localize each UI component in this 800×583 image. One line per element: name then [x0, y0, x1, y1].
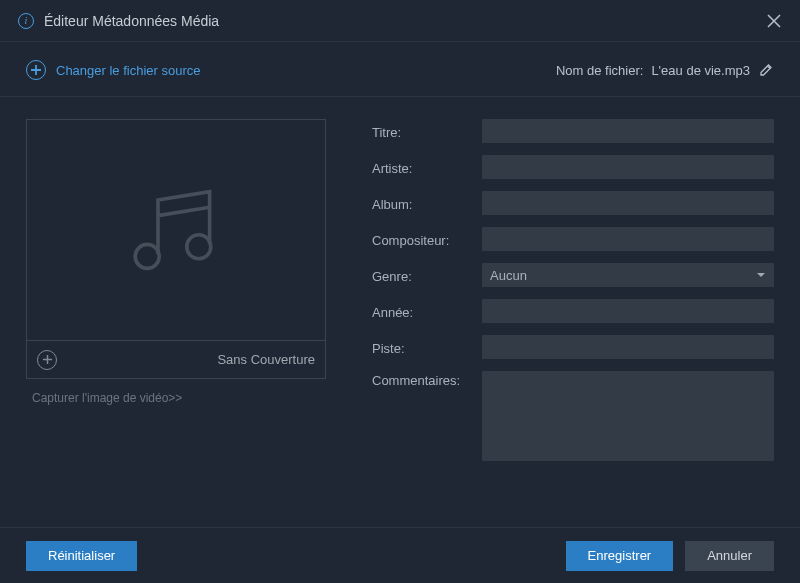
- input-composer[interactable]: [482, 227, 774, 251]
- add-cover-button[interactable]: [37, 350, 57, 370]
- change-source-button[interactable]: Changer le fichier source: [26, 60, 201, 80]
- cover-column: Sans Couverture Capturer l'image de vidé…: [26, 119, 326, 473]
- footer: Réinitialiser Enregistrer Annuler: [0, 527, 800, 583]
- filename-area: Nom de fichier: L'eau de vie.mp3: [556, 62, 774, 78]
- save-button[interactable]: Enregistrer: [566, 541, 674, 571]
- body: Sans Couverture Capturer l'image de vidé…: [0, 97, 800, 473]
- label-year: Année:: [372, 303, 482, 320]
- select-genre-value: Aucun: [490, 268, 527, 283]
- top-row: Changer le fichier source Nom de fichier…: [0, 42, 800, 97]
- input-artist[interactable]: [482, 155, 774, 179]
- cover-art-placeholder: [27, 120, 325, 340]
- edit-filename-button[interactable]: [758, 62, 774, 78]
- label-comments: Commentaires:: [372, 371, 482, 388]
- input-year[interactable]: [482, 299, 774, 323]
- label-title: Titre:: [372, 123, 482, 140]
- svg-point-1: [187, 235, 211, 259]
- input-track[interactable]: [482, 335, 774, 359]
- select-genre[interactable]: Aucun: [482, 263, 774, 287]
- svg-point-0: [135, 244, 159, 268]
- filename-label: Nom de fichier:: [556, 63, 643, 78]
- chevron-down-icon: [756, 268, 766, 283]
- label-artist: Artiste:: [372, 159, 482, 176]
- label-genre: Genre:: [372, 267, 482, 284]
- label-composer: Compositeur:: [372, 231, 482, 248]
- window-title: Éditeur Métadonnées Média: [44, 13, 766, 29]
- label-track: Piste:: [372, 339, 482, 356]
- input-album[interactable]: [482, 191, 774, 215]
- metadata-form: Titre: Artiste: Album: Compositeur: Genr…: [372, 119, 774, 473]
- plus-circle-icon: [26, 60, 46, 80]
- cover-box: Sans Couverture: [26, 119, 326, 379]
- input-comments[interactable]: [482, 371, 774, 461]
- close-button[interactable]: [766, 13, 782, 29]
- filename-value: L'eau de vie.mp3: [651, 63, 750, 78]
- label-album: Album:: [372, 195, 482, 212]
- no-cover-label: Sans Couverture: [217, 352, 315, 367]
- reset-button[interactable]: Réinitialiser: [26, 541, 137, 571]
- input-title[interactable]: [482, 119, 774, 143]
- change-source-label: Changer le fichier source: [56, 63, 201, 78]
- info-icon: i: [18, 13, 34, 29]
- capture-video-link[interactable]: Capturer l'image de vidéo>>: [26, 391, 326, 405]
- cancel-button[interactable]: Annuler: [685, 541, 774, 571]
- cover-footer: Sans Couverture: [27, 340, 325, 378]
- titlebar: i Éditeur Métadonnées Média: [0, 0, 800, 42]
